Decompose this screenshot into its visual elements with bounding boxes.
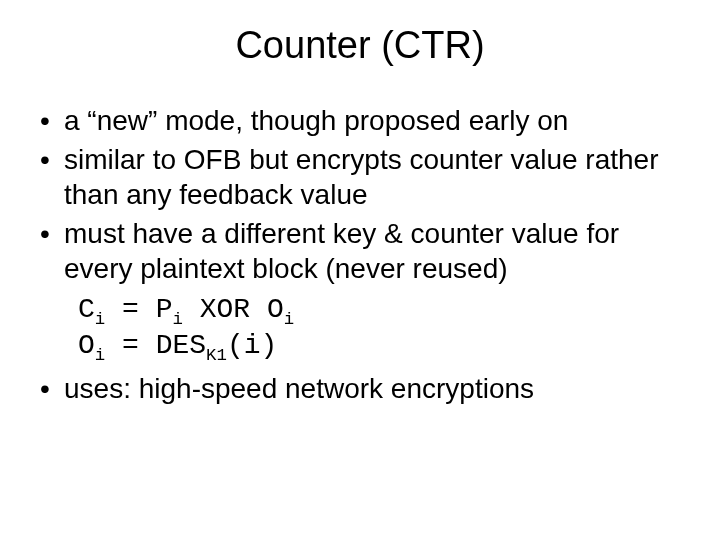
op: = — [105, 330, 155, 361]
bullet-text: a “new” mode, though proposed early on — [64, 105, 568, 136]
var: O — [78, 330, 95, 361]
subscript: i — [172, 310, 182, 329]
subscript: K1 — [206, 346, 227, 365]
formula-line: Ci = Pi XOR Oi — [78, 292, 690, 328]
list-item: a “new” mode, though proposed early on — [36, 103, 690, 138]
op: XOR — [183, 294, 267, 325]
bullet-text: must have a different key & counter valu… — [64, 218, 619, 284]
list-item: uses: high-speed network encryptions — [36, 371, 690, 406]
var: O — [267, 294, 284, 325]
arg: (i) — [227, 330, 277, 361]
formula-line: Oi = DESK1(i) — [78, 328, 690, 364]
bullet-text: similar to OFB but encrypts counter valu… — [64, 144, 658, 210]
list-item: must have a different key & counter valu… — [36, 216, 690, 286]
list-item: similar to OFB but encrypts counter valu… — [36, 142, 690, 212]
op: = — [105, 294, 155, 325]
subscript: i — [95, 310, 105, 329]
subscript: i — [95, 346, 105, 365]
slide-title: Counter (CTR) — [30, 24, 690, 67]
fn: DES — [156, 330, 206, 361]
formula-block: Ci = Pi XOR Oi Oi = DESK1(i) — [78, 292, 690, 365]
var: C — [78, 294, 95, 325]
bullet-text: uses: high-speed network encryptions — [64, 373, 534, 404]
bullet-list: a “new” mode, though proposed early on s… — [36, 103, 690, 286]
subscript: i — [284, 310, 294, 329]
bullet-list: uses: high-speed network encryptions — [36, 371, 690, 406]
var: P — [156, 294, 173, 325]
slide: Counter (CTR) a “new” mode, though propo… — [0, 0, 720, 540]
